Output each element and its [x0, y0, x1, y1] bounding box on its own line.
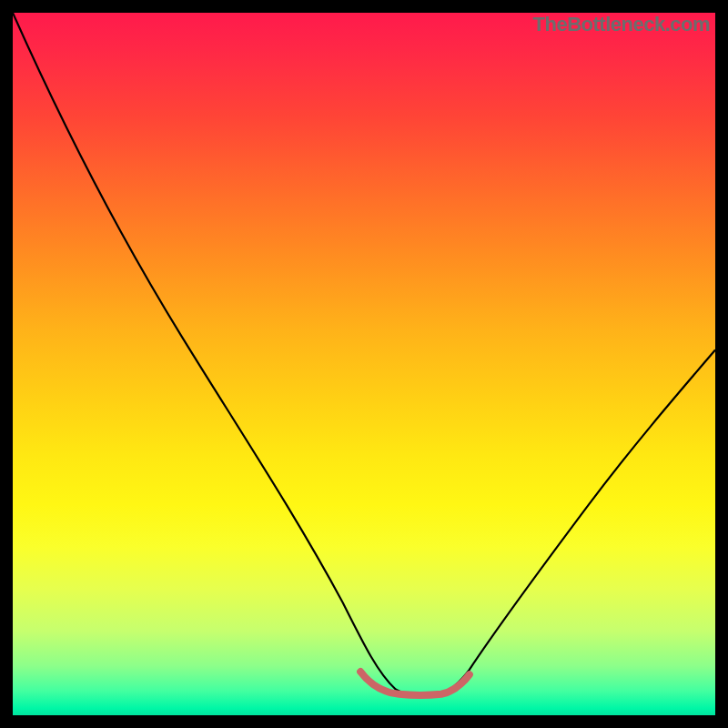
watermark-text: TheBottleneck.com [533, 13, 710, 36]
plot-area: TheBottleneck.com [13, 13, 715, 715]
curve-layer [13, 13, 715, 715]
trough-highlight [360, 672, 470, 695]
chart-frame: TheBottleneck.com [0, 0, 728, 728]
main-curve [13, 13, 715, 695]
